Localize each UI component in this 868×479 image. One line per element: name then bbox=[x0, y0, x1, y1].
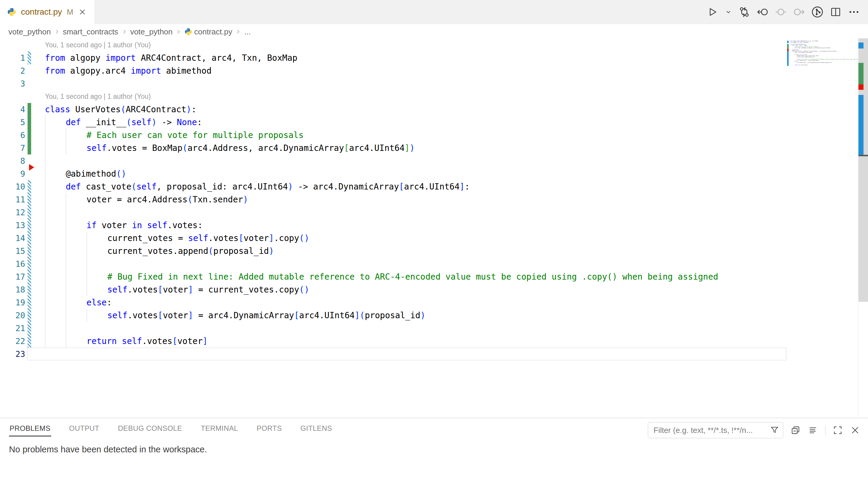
code-line-1[interactable]: 1from algopy import ARC4Contract, arc4, … bbox=[0, 52, 858, 64]
breadcrumb-item[interactable]: smart_contracts bbox=[63, 27, 118, 36]
code-text[interactable]: def __init__(self) -> None: bbox=[45, 116, 202, 129]
tab-output[interactable]: OUTPUT bbox=[69, 422, 100, 437]
maximize-panel-icon[interactable] bbox=[833, 425, 843, 435]
line-number[interactable]: 14 bbox=[0, 232, 25, 245]
problems-filter-box[interactable] bbox=[648, 422, 783, 438]
git-compare-icon[interactable] bbox=[737, 5, 751, 19]
view-as-list-icon[interactable] bbox=[808, 425, 818, 435]
tab-terminal[interactable]: TERMINAL bbox=[200, 422, 239, 437]
gitlens-codelens[interactable]: You, 1 second ago | 1 author (You) bbox=[0, 90, 858, 103]
line-number[interactable]: 19 bbox=[0, 296, 25, 309]
code-line-18[interactable]: 18self.votes[voter] = current_votes.copy… bbox=[0, 283, 858, 296]
tab-ports[interactable]: PORTS bbox=[256, 422, 282, 437]
scrollbar-overview-ruler[interactable] bbox=[858, 38, 868, 417]
code-line-21[interactable]: 21 bbox=[0, 322, 858, 335]
code-text[interactable]: # Bug Fixed in next line: Added mutable … bbox=[45, 270, 718, 283]
code-text[interactable]: @abimethod() bbox=[45, 167, 126, 180]
more-actions-icon[interactable] bbox=[847, 5, 861, 19]
code-text[interactable]: else: bbox=[45, 296, 112, 309]
line-number[interactable]: 9 bbox=[0, 167, 25, 180]
code-text[interactable] bbox=[45, 206, 87, 219]
open-revision-icon[interactable] bbox=[774, 5, 788, 19]
codelens-text[interactable]: You, 1 second ago | 1 author (You) bbox=[45, 93, 151, 101]
code-text[interactable]: current_votes = self.votes[voter].copy() bbox=[45, 232, 309, 245]
run-dropdown-icon[interactable] bbox=[724, 5, 733, 19]
code-text[interactable]: from algopy import ARC4Contract, arc4, T… bbox=[45, 52, 298, 64]
code-text[interactable] bbox=[45, 322, 87, 335]
code-line-8[interactable]: 8 bbox=[0, 155, 858, 167]
code-line-5[interactable]: 5def __init__(self) -> None: bbox=[0, 116, 858, 129]
code-line-4[interactable]: 4class UserVotes(ARC4Contract): bbox=[0, 103, 858, 116]
split-editor-icon[interactable] bbox=[829, 5, 842, 19]
code-line-20[interactable]: 20self.votes[voter] = arc4.DynamicArray[… bbox=[0, 309, 858, 322]
code-line-7[interactable]: 7self.votes = BoxMap(arc4.Address, arc4.… bbox=[0, 141, 858, 155]
open-next-revision-icon[interactable] bbox=[792, 5, 806, 19]
breadcrumb-item-symbol[interactable]: ... bbox=[244, 27, 251, 36]
run-python-file-icon[interactable] bbox=[706, 5, 719, 19]
line-number[interactable]: 21 bbox=[0, 322, 25, 335]
code-text[interactable]: class UserVotes(ARC4Contract): bbox=[45, 103, 196, 116]
line-number[interactable]: 7 bbox=[0, 141, 25, 155]
code-line-15[interactable]: 15current_votes.append(proposal_id) bbox=[0, 245, 858, 257]
line-number[interactable]: 23 bbox=[0, 348, 25, 360]
line-number[interactable]: 11 bbox=[0, 193, 25, 206]
code-text[interactable]: def cast_vote(self, proposal_id: arc4.UI… bbox=[45, 180, 470, 193]
code-line-11[interactable]: 11voter = arc4.Address(Txn.sender) bbox=[0, 193, 858, 206]
code-line-19[interactable]: 19else: bbox=[0, 296, 858, 309]
code-line-9[interactable]: 9@abimethod() bbox=[0, 167, 858, 180]
code-line-23[interactable]: 23 bbox=[0, 348, 858, 360]
filter-icon[interactable] bbox=[770, 425, 779, 435]
line-number[interactable]: 20 bbox=[0, 309, 25, 322]
tab-problems[interactable]: PROBLEMS bbox=[9, 422, 51, 437]
tab-close-icon[interactable] bbox=[78, 8, 87, 16]
code-text[interactable]: if voter in self.votes: bbox=[45, 219, 203, 232]
line-number[interactable]: 6 bbox=[0, 129, 25, 141]
breadcrumb-item[interactable]: vote_python bbox=[8, 27, 51, 36]
code-line-22[interactable]: 22return self.votes[voter] bbox=[0, 335, 858, 348]
open-previous-revision-icon[interactable] bbox=[756, 5, 770, 19]
code-text[interactable]: self.votes[voter] = current_votes.copy() bbox=[45, 283, 309, 296]
code-text[interactable]: self.votes[voter] = arc4.DynamicArray[ar… bbox=[45, 309, 425, 322]
code-text[interactable]: from algopy.arc4 import abimethod bbox=[45, 64, 212, 77]
line-number[interactable]: 1 bbox=[0, 52, 25, 64]
code-line-16[interactable]: 16 bbox=[0, 257, 858, 270]
code-line-2[interactable]: 2from algopy.arc4 import abimethod bbox=[0, 64, 858, 77]
tab-gitlens[interactable]: GITLENS bbox=[300, 422, 333, 437]
line-number[interactable]: 15 bbox=[0, 245, 25, 257]
code-text[interactable]: self.votes = BoxMap(arc4.Address, arc4.D… bbox=[45, 141, 415, 155]
code-line-6[interactable]: 6# Each user can vote for multiple propo… bbox=[0, 129, 858, 141]
line-number[interactable]: 3 bbox=[0, 77, 25, 90]
line-number[interactable]: 8 bbox=[0, 155, 25, 167]
line-number[interactable]: 17 bbox=[0, 270, 25, 283]
code-editor[interactable]: You, 1 second ago | 1 author (You)1from … bbox=[0, 39, 858, 360]
code-text[interactable]: current_votes.append(proposal_id) bbox=[45, 245, 274, 257]
code-line-3[interactable]: 3 bbox=[0, 77, 858, 90]
code-text[interactable]: return self.votes[voter] bbox=[45, 335, 208, 348]
gitlens-codelens[interactable]: You, 1 second ago | 1 author (You) bbox=[0, 39, 858, 52]
code-text[interactable] bbox=[45, 155, 66, 167]
line-number[interactable]: 12 bbox=[0, 206, 25, 219]
close-panel-icon[interactable] bbox=[850, 425, 860, 435]
tab-debug-console[interactable]: DEBUG CONSOLE bbox=[117, 422, 183, 437]
breadcrumb-item[interactable]: vote_python bbox=[130, 27, 173, 36]
line-number[interactable]: 18 bbox=[0, 283, 25, 296]
open-in-commit-graph-icon[interactable] bbox=[810, 5, 824, 19]
line-number[interactable]: 2 bbox=[0, 64, 25, 77]
code-text[interactable] bbox=[45, 257, 107, 270]
code-text[interactable]: # Each user can vote for multiple propos… bbox=[45, 129, 304, 141]
code-line-14[interactable]: 14current_votes = self.votes[voter].copy… bbox=[0, 232, 858, 245]
code-line-13[interactable]: 13if voter in self.votes: bbox=[0, 219, 858, 232]
codelens-text[interactable]: You, 1 second ago | 1 author (You) bbox=[45, 41, 151, 49]
line-number[interactable]: 13 bbox=[0, 219, 25, 232]
line-number[interactable]: 10 bbox=[0, 180, 25, 193]
code-line-17[interactable]: 17# Bug Fixed in next line: Added mutabl… bbox=[0, 270, 858, 283]
collapse-all-icon[interactable] bbox=[790, 425, 801, 435]
code-text[interactable]: voter = arc4.Address(Txn.sender) bbox=[45, 193, 248, 206]
breadcrumb-item-file[interactable]: contract.py bbox=[185, 27, 232, 36]
minimap[interactable]: from algopy import ARC4Contract, arc4, T… bbox=[787, 41, 858, 67]
code-line-10[interactable]: 10def cast_vote(self, proposal_id: arc4.… bbox=[0, 180, 858, 193]
line-number[interactable]: 16 bbox=[0, 257, 25, 270]
tab-contract-py[interactable]: contract.py M bbox=[0, 0, 94, 24]
problems-filter-input[interactable] bbox=[653, 425, 767, 435]
line-number[interactable]: 22 bbox=[0, 335, 25, 348]
